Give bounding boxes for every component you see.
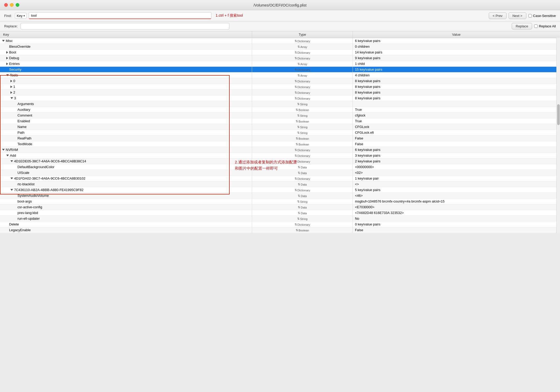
find-label: Find:	[4, 14, 12, 18]
table-row[interactable]: run-efi-updater⇅ StringNo	[0, 216, 560, 222]
type-cell: ⇅ String	[297, 217, 308, 220]
table-row[interactable]: Security⇅ Dictionary15 key/value pairs	[0, 67, 560, 72]
replace-button[interactable]: Replace	[512, 23, 532, 29]
find-type-dropdown[interactable]: Key ▾	[15, 13, 27, 19]
key-label: Debug	[9, 56, 19, 60]
prev-button[interactable]: < Prev	[489, 13, 507, 19]
key-label: LegacyEnable	[9, 228, 31, 232]
table-row[interactable]: Arguments⇅ String	[0, 101, 560, 107]
type-arrows-icon: ⇅	[296, 137, 298, 140]
table-row[interactable]: 3⇅ Dictionary8 key/value pairs	[0, 95, 560, 101]
triangle-closed-icon[interactable]	[6, 57, 8, 59]
type-arrows-icon: ⇅	[295, 188, 297, 192]
type-arrows-icon: ⇅	[297, 125, 300, 129]
triangle-closed-icon[interactable]	[10, 80, 12, 82]
value-cell: 0 children	[353, 44, 560, 50]
triangle-open-icon[interactable]	[10, 160, 13, 162]
table-row[interactable]: Entries⇅ Array1 child	[0, 61, 560, 67]
triangle-closed-icon[interactable]	[10, 85, 12, 88]
chevron-down-icon: ▾	[23, 14, 25, 17]
triangle-closed-icon[interactable]	[6, 63, 8, 65]
table-row[interactable]: Boot⇅ Dictionary14 key/value pairs	[0, 50, 560, 55]
table-row[interactable]: 1⇅ Dictionary8 key/value pairs	[0, 84, 560, 90]
replace-input[interactable]	[21, 23, 229, 29]
type-cell: ⇅ Dictionary	[295, 160, 310, 163]
table-row[interactable]: NVRAM⇅ Dictionary6 key/value pairs	[0, 147, 560, 153]
scrollbar-thumb[interactable]	[557, 104, 560, 125]
table-row[interactable]: BlessOverride⇅ Array0 children	[0, 44, 560, 50]
table-row[interactable]: Auxiliary⇅ BooleanTrue	[0, 107, 560, 113]
key-label: prev-lang:kbd	[17, 211, 38, 215]
value-cell: False	[353, 136, 560, 141]
type-arrows-icon: ⇅	[297, 102, 300, 106]
table-row[interactable]: LegacyEnable⇅ BooleanFalse	[0, 227, 560, 233]
table-row[interactable]: UIScale⇅ Data<02>	[0, 170, 560, 176]
type-arrows-icon: ⇅	[295, 154, 297, 157]
triangle-open-icon[interactable]	[10, 97, 13, 99]
replace-all-checkbox[interactable]	[534, 24, 538, 28]
key-label: Add	[10, 154, 16, 157]
value-cell: 9 key/value pairs	[353, 55, 560, 61]
value-cell: No	[353, 216, 560, 222]
table-row[interactable]: Name⇅ StringCFGLock	[0, 124, 560, 130]
value-cell: 6 key/value pairs	[353, 38, 560, 44]
table-row[interactable]: Misc⇅ Dictionary6 key/value pairs	[0, 38, 560, 44]
value-cell: False	[353, 227, 560, 233]
triangle-open-icon[interactable]	[2, 149, 5, 151]
find-input[interactable]	[29, 12, 211, 19]
table-row[interactable]: Debug⇅ Dictionary9 key/value pairs	[0, 55, 560, 61]
table-row[interactable]: Path⇅ StringCFGLock.efi	[0, 130, 560, 136]
table-row[interactable]: RealPath⇅ BooleanFalse	[0, 136, 560, 141]
triangle-open-icon[interactable]	[6, 74, 9, 76]
table-row[interactable]: boot-args⇅ Stringmsgbuf=1048576 brcmfx-c…	[0, 199, 560, 204]
type-cell: ⇅ String	[297, 131, 308, 134]
type-cell: ⇅ String	[297, 200, 308, 203]
table-row[interactable]: Add⇅ Dictionary3 key/value pairs	[0, 153, 560, 158]
table-row[interactable]: Comment⇅ Stringcfglock	[0, 113, 560, 118]
key-label: 4D1EDE05-38C7-4A6A-9CC6-4BCCA8B38C14	[14, 159, 86, 163]
case-sensitive-label[interactable]: Case-Sensitive	[528, 14, 556, 18]
key-label: 2	[13, 90, 15, 94]
triangle-open-icon[interactable]	[2, 40, 5, 42]
type-arrows-icon: ⇅	[298, 194, 300, 198]
table-row[interactable]: 4D1EDE05-38C7-4A6A-9CC6-4BCCA8B38C14⇅ Di…	[0, 158, 560, 164]
replace-all-label[interactable]: Replace All	[534, 24, 556, 28]
value-cell: 3 key/value pairs	[353, 153, 560, 158]
table-row[interactable]: 4D1FDA02-38C7-4A6A-9CC6-4BCCA8B30102⇅ Di…	[0, 176, 560, 181]
key-label: Delete	[9, 222, 19, 226]
type-arrows-icon: ⇅	[295, 39, 297, 43]
value-cell: <00000000>	[353, 164, 560, 170]
triangle-open-icon[interactable]	[10, 189, 13, 191]
type-cell: ⇅ Dictionary	[295, 79, 310, 83]
key-label: Boot	[9, 50, 16, 54]
table-row[interactable]: SystemAudioVolume⇅ Data<46>	[0, 193, 560, 199]
table-row[interactable]: DefaultBackgroundColor⇅ Data<00000000>	[0, 164, 560, 170]
close-button[interactable]	[4, 3, 8, 7]
triangle-open-icon[interactable]	[6, 155, 9, 156]
table-row[interactable]: Delete⇅ Dictionary0 key/value pairs	[0, 222, 560, 227]
triangle-closed-icon[interactable]	[10, 91, 12, 94]
table-row[interactable]: 7C436110-AB2A-4BBB-A880-FE41995C9F82⇅ Di…	[0, 187, 560, 193]
table-row[interactable]: csr-active-config⇅ Data<E7030000>	[0, 204, 560, 210]
triangle-open-icon[interactable]	[10, 177, 13, 179]
table-row[interactable]: TextMode⇅ BooleanFalse	[0, 141, 560, 147]
type-arrows-icon: ⇅	[295, 85, 297, 89]
case-sensitive-checkbox[interactable]	[528, 14, 532, 17]
table-row[interactable]: 2⇅ Dictionary8 key/value pairs	[0, 90, 560, 95]
table-row[interactable]: prev-lang:kbd⇅ Data<7A682D48 616E733A 32…	[0, 210, 560, 216]
triangle-closed-icon[interactable]	[6, 51, 8, 54]
replace-bar: Replace: Replace Replace All	[0, 21, 560, 31]
next-button[interactable]: Next >	[509, 13, 526, 19]
table-row[interactable]: Tools⇅ Array4 children	[0, 72, 560, 78]
maximize-button[interactable]	[16, 3, 19, 7]
type-arrows-icon: ⇅	[296, 120, 298, 123]
type-cell: ⇅ Dictionary	[295, 91, 310, 94]
window-title: /Volumes/OC/EFI/OC/config.plist	[253, 3, 306, 7]
value-cell: 4 children	[353, 72, 560, 78]
minimize-button[interactable]	[10, 3, 14, 7]
key-label: Path	[17, 131, 25, 134]
table-row[interactable]: Enabled⇅ BooleanTrue	[0, 118, 560, 124]
table-row[interactable]: rtc-blacklist⇅ Data<>	[0, 181, 560, 187]
scrollbar-track[interactable]	[556, 31, 560, 233]
table-row[interactable]: 0⇅ Dictionary8 key/value pairs	[0, 78, 560, 84]
